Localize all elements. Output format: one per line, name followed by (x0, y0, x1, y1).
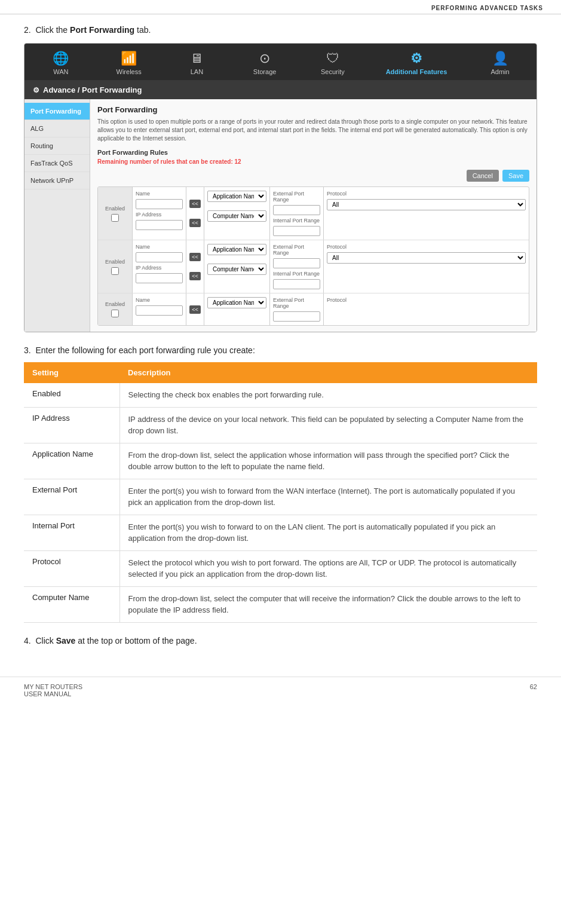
table-row: Application NameFrom the drop-down list,… (24, 443, 537, 479)
rules-count: Remaining number of rules that can be cr… (97, 158, 529, 165)
lan-icon (190, 51, 203, 66)
setting-cell: Enabled (24, 383, 119, 407)
pf-app-select-1[interactable]: Application Name (207, 191, 266, 202)
router-sidebar: Port Forwarding ALG Routing FasTrack QoS… (24, 99, 90, 332)
page-header: PERFORMING ADVANCED TASKS (0, 0, 561, 14)
nav-item-lan[interactable]: LAN (176, 48, 217, 78)
nav-item-admin[interactable]: Admin (479, 48, 521, 78)
description-cell: IP address of the device on your local n… (119, 407, 537, 443)
pf-port-col-3: External Port Range (270, 293, 324, 325)
sidebar-item-network-upnp[interactable]: Network UPnP (24, 172, 90, 189)
router-content: Port Forwarding This option is used to o… (90, 99, 537, 332)
nav-item-wan[interactable]: WAN (40, 48, 82, 78)
save-button[interactable]: Save (502, 170, 529, 182)
pf-ext-port-input-3[interactable] (273, 311, 320, 322)
nav-item-security[interactable]: Security (312, 48, 354, 78)
pf-app-select-3[interactable]: Application Name (207, 297, 266, 308)
admin-icon (492, 51, 508, 66)
pf-checkbox-2[interactable] (111, 267, 119, 275)
pf-enabled-1: Enabled (98, 187, 133, 240)
nav-item-additional[interactable]: Additional Features (380, 48, 453, 78)
pf-comp-select-2[interactable]: Computer Name (207, 264, 266, 275)
pf-app-col-3: Application Name (204, 293, 270, 325)
table-row: EnabledSelecting the check box enables t… (24, 383, 537, 407)
content-desc: This option is used to open multiple por… (97, 118, 529, 143)
breadcrumb-bar: Advance / Port Forwarding (24, 80, 537, 99)
pf-protocol-col-3: Protocol (324, 293, 529, 325)
additional-icon (410, 51, 422, 66)
pf-arrow-btn-comp-1[interactable]: << (189, 219, 201, 227)
breadcrumb-gear-icon (33, 85, 39, 94)
pf-app-select-2[interactable]: Application Name (207, 244, 266, 255)
sidebar-item-fastrack[interactable]: FasTrack QoS (24, 155, 90, 172)
security-icon (326, 51, 339, 66)
pf-ip-input-1[interactable] (136, 220, 183, 230)
table-row: External PortEnter the port(s) you wish … (24, 479, 537, 515)
col-description-header: Description (119, 362, 537, 383)
pf-protocol-col-1: Protocol All TCP UDP (324, 187, 529, 240)
pf-port-col-2: External Port Range Internal Port Range (270, 240, 324, 293)
sidebar-item-port-forwarding[interactable]: Port Forwarding (24, 103, 90, 120)
setting-cell: External Port (24, 479, 119, 515)
pf-checkbox-3[interactable] (111, 310, 119, 317)
description-cell: Selecting the check box enables the port… (119, 383, 537, 407)
nav-label-lan: LAN (191, 68, 203, 75)
pf-protocol-select-1[interactable]: All TCP UDP (327, 199, 526, 210)
pf-name-col-1: Name IP Address (133, 187, 186, 240)
storage-icon (259, 51, 270, 66)
nav-item-wireless[interactable]: Wireless (108, 48, 150, 78)
nav-label-wireless: Wireless (117, 68, 142, 75)
col-setting-header: Setting (24, 362, 119, 383)
pf-arrow-btn-app-1[interactable]: << (189, 200, 201, 208)
nav-label-admin: Admin (491, 68, 509, 75)
nav-item-storage[interactable]: Storage (244, 48, 286, 78)
pf-enabled-2: Enabled (98, 240, 133, 293)
breadcrumb-text: Advance / Port Forwarding (43, 85, 142, 94)
pf-name-input-2[interactable] (136, 252, 183, 262)
pf-int-port-input-1[interactable] (273, 226, 320, 236)
step4-title: 4. Click Save at the top or bottom of th… (24, 636, 537, 645)
pf-protocol-col-2: Protocol All TCP UDP (324, 240, 529, 293)
rules-header: Port Forwarding Rules (97, 149, 529, 156)
pf-comp-select-1[interactable]: Computer Name (207, 210, 266, 222)
pf-arrow-btn-app-2[interactable]: << (189, 253, 201, 261)
footer-left: MY NET ROUTERSUSER MANUAL (24, 683, 82, 697)
description-cell: Select the protocol which you wish to po… (119, 550, 537, 586)
page-content: 2. Click the Port Forwarding tab. WAN Wi… (0, 14, 561, 671)
pf-row-1: Enabled Name IP Address << < (98, 187, 529, 240)
description-cell: Enter the port(s) you wish to forward to… (119, 515, 537, 550)
pf-int-port-input-2[interactable] (273, 279, 320, 289)
sidebar-item-alg[interactable]: ALG (24, 120, 90, 137)
router-ui-screenshot: WAN Wireless LAN Storage Security Additi… (24, 43, 537, 332)
step2-title: 2. Click the Port Forwarding tab. (24, 25, 537, 35)
description-cell: From the drop-down list, select the appl… (119, 443, 537, 479)
pf-enabled-3: Enabled (98, 293, 133, 325)
pf-app-col-2: Application Name Computer Name (204, 240, 270, 293)
pf-name-input-1[interactable] (136, 199, 183, 209)
setting-cell: Computer Name (24, 586, 119, 622)
nav-label-wan: WAN (53, 68, 68, 75)
cancel-button[interactable]: Cancel (467, 170, 499, 182)
pf-arrow-col-2: << << (186, 240, 204, 293)
pf-ext-port-input-1[interactable] (273, 205, 320, 215)
rules-buttons: Cancel Save (97, 170, 529, 182)
setting-cell: Internal Port (24, 515, 119, 550)
table-row: IP AddressIP address of the device on yo… (24, 407, 537, 443)
setting-cell: Application Name (24, 443, 119, 479)
page-footer: MY NET ROUTERSUSER MANUAL 62 (0, 677, 561, 703)
pf-arrow-btn-comp-2[interactable]: << (189, 272, 201, 280)
pf-ext-port-input-2[interactable] (273, 258, 320, 268)
pf-arrow-btn-app-3[interactable]: << (189, 305, 201, 314)
pf-checkbox-1[interactable] (111, 214, 119, 222)
pf-ip-input-2[interactable] (136, 273, 183, 283)
router-nav: WAN Wireless LAN Storage Security Additi… (24, 44, 537, 80)
content-title: Port Forwarding (97, 105, 529, 114)
pf-arrow-col-3: << (186, 293, 204, 325)
pf-name-input-3[interactable] (136, 305, 183, 316)
sidebar-item-routing[interactable]: Routing (24, 137, 90, 155)
description-cell: Enter the port(s) you wish to forward fr… (119, 479, 537, 515)
setting-cell: Protocol (24, 550, 119, 586)
pf-arrow-col-1: << << (186, 187, 204, 240)
table-row: Computer NameFrom the drop-down list, se… (24, 586, 537, 622)
pf-protocol-select-2[interactable]: All TCP UDP (327, 252, 526, 264)
